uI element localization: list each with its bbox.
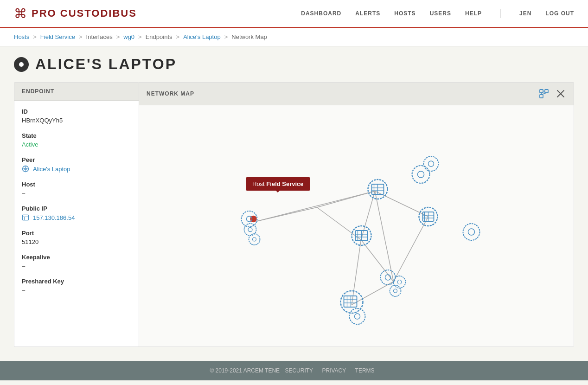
title-icon (14, 57, 29, 72)
field-peer: Peer Alice's Laptop (22, 156, 131, 173)
map-node-6[interactable] (424, 156, 439, 171)
svg-line-21 (361, 240, 394, 282)
svg-line-19 (361, 191, 375, 240)
svg-point-68 (350, 308, 365, 324)
svg-point-36 (249, 234, 260, 245)
nav-user: JEN (519, 10, 531, 17)
field-port: Port 51120 (22, 230, 131, 245)
nav-dashboard[interactable]: DASHBOARD (301, 10, 341, 17)
svg-point-40 (424, 156, 439, 171)
bc-field-service[interactable]: Field Service (40, 33, 75, 40)
ip-icon (22, 214, 29, 221)
network-canvas: Host Field Service (139, 105, 574, 346)
nav-alerts[interactable]: ALERTS (355, 10, 380, 17)
bc-wg0[interactable]: wg0 (123, 33, 134, 40)
page-title: ALICE'S LAPTOP (35, 56, 177, 73)
bc-interfaces: Interfaces (86, 33, 113, 40)
svg-point-59 (397, 280, 402, 284)
network-panel: NETWORK MAP (139, 82, 574, 347)
field-id: ID HBrnXQQyYh5 (22, 108, 131, 124)
map-node-7[interactable] (419, 207, 438, 226)
svg-point-41 (428, 161, 434, 167)
field-port-label: Port (22, 230, 131, 237)
footer-security[interactable]: SECURITY (285, 367, 313, 374)
svg-point-48 (463, 224, 480, 240)
network-map-svg (139, 105, 574, 346)
network-close-icon[interactable] (555, 88, 566, 99)
field-peer-value: Alice's Laptop (22, 165, 131, 173)
field-keepalive-value: – (22, 263, 131, 270)
map-node-14[interactable] (350, 308, 365, 324)
footer-copyright: © 2019-2021 ARCEM TENE (210, 367, 280, 374)
endpoint-panel-header: ENDPOINT (14, 83, 139, 101)
nav-users[interactable]: USERS (430, 10, 451, 17)
field-preshared-key-value: – (22, 287, 131, 294)
sep6: > (224, 33, 228, 40)
network-panel-title: NETWORK MAP (147, 90, 194, 97)
map-node-13[interactable] (341, 291, 363, 313)
endpoint-panel: ENDPOINT ID HBrnXQQyYh5 State Active Pee… (14, 82, 139, 347)
bc-hosts[interactable]: Hosts (14, 33, 29, 40)
map-node-12[interactable] (390, 285, 401, 296)
field-state-value: Active (22, 141, 131, 148)
header: ⌘ PRO CUSTODIBUS DASHBOARD ALERTS HOSTS … (0, 0, 588, 28)
sep2: > (79, 33, 83, 40)
svg-point-37 (253, 237, 256, 241)
svg-line-22 (375, 191, 394, 282)
field-keepalive: Keepalive – (22, 254, 131, 270)
nav-logout[interactable]: LOG OUT (545, 10, 574, 17)
map-node-11[interactable] (394, 276, 406, 288)
field-keepalive-label: Keepalive (22, 254, 131, 261)
sep1: > (33, 33, 37, 40)
peer-icon (22, 165, 29, 173)
svg-rect-63 (344, 296, 357, 307)
svg-line-16 (257, 191, 375, 221)
bc-network-map: Network Map (231, 33, 267, 40)
field-id-label: ID (22, 108, 131, 115)
svg-point-58 (394, 276, 406, 288)
map-node-5[interactable] (412, 166, 430, 183)
nav-help[interactable]: HELP (465, 10, 482, 17)
network-header-icons (538, 88, 566, 99)
svg-line-17 (375, 191, 428, 217)
main-nav: DASHBOARD ALERTS HOSTS USERS HELP JEN LO… (301, 9, 574, 18)
map-node-8[interactable] (463, 224, 480, 240)
map-node-10[interactable] (381, 270, 396, 285)
bc-endpoints: Endpoints (146, 33, 173, 40)
footer: © 2019-2021 ARCEM TENE SECURITY PRIVACY … (0, 361, 588, 380)
field-peer-label: Peer (22, 156, 131, 163)
svg-rect-6 (540, 90, 543, 93)
field-id-value: HBrnXQQyYh5 (22, 117, 131, 124)
sep3: > (116, 33, 120, 40)
map-node-9[interactable] (352, 226, 371, 245)
nav-divider (500, 9, 501, 18)
svg-point-69 (355, 314, 360, 319)
endpoint-panel-body: ID HBrnXQQyYh5 State Active Peer (14, 101, 139, 309)
svg-point-49 (468, 229, 475, 235)
field-preshared-key-label: Preshared Key (22, 278, 131, 285)
bc-alices-laptop[interactable]: Alice's Laptop (183, 33, 221, 40)
logo-icon: ⌘ (14, 6, 27, 21)
network-layout-icon[interactable] (538, 88, 550, 99)
public-ip-link[interactable]: 157.130.186.54 (22, 214, 131, 221)
field-public-ip: Public IP 157.130.186.54 (22, 205, 131, 221)
logo-area: ⌘ PRO CUSTODIBUS (14, 6, 301, 21)
footer-terms[interactable]: TERMS (355, 367, 375, 374)
map-node-4[interactable] (249, 234, 260, 245)
svg-point-39 (418, 171, 424, 178)
logo-text: PRO CUSTODIBUS (32, 7, 137, 19)
svg-point-60 (390, 285, 401, 296)
main-content: ENDPOINT ID HBrnXQQyYh5 State Active Pee… (0, 82, 588, 361)
svg-line-24 (352, 240, 361, 305)
page-title-area: ALICE'S LAPTOP (0, 46, 588, 82)
svg-point-35 (248, 228, 252, 232)
network-panel-header: NETWORK MAP (139, 83, 574, 105)
footer-privacy[interactable]: PRIVACY (322, 367, 346, 374)
nav-hosts[interactable]: HOSTS (394, 10, 415, 17)
breadcrumb: Hosts > Field Service > Interfaces > wg0… (0, 28, 588, 46)
svg-point-38 (412, 166, 430, 183)
svg-point-56 (381, 270, 396, 285)
svg-line-20 (394, 217, 428, 282)
sep4: > (138, 33, 142, 40)
peer-link[interactable]: Alice's Laptop (22, 165, 131, 173)
